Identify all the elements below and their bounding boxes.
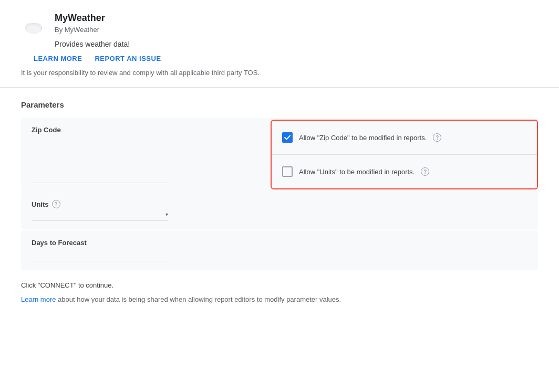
app-subtitle: By MyWeather: [55, 26, 130, 34]
units-allow-label: Allow "Units" to be modified in reports.: [299, 168, 415, 176]
report-issue-link[interactable]: REPORT AN ISSUE: [95, 55, 161, 62]
units-label-row: Units ?: [32, 200, 260, 208]
footer-learn-more-link[interactable]: Learn more: [21, 295, 56, 303]
app-icon: [21, 14, 46, 39]
units-right: Allow "Units" to be modified in reports.…: [272, 155, 537, 188]
learn-more-link[interactable]: LEARN MORE: [34, 55, 82, 62]
footer-link-row: Learn more about how your data is being …: [0, 293, 559, 316]
units-left: Units ? ▾: [21, 192, 271, 229]
zip-code-help-icon[interactable]: ?: [433, 133, 441, 142]
units-label: Units: [32, 200, 49, 208]
days-to-forecast-row: Days to Forecast: [21, 230, 538, 270]
days-to-forecast-left: Days to Forecast: [21, 230, 271, 270]
tos-text: It is your responsibility to review and …: [0, 62, 559, 87]
zip-code-input[interactable]: [32, 168, 168, 183]
days-to-forecast-input[interactable]: [32, 247, 168, 261]
app-title: MyWeather: [55, 13, 130, 24]
zip-code-allow-label: Allow "Zip Code" to be modified in repor…: [299, 134, 427, 142]
units-dropdown[interactable]: ▾: [32, 210, 168, 221]
footer-suffix: about how your data is being shared when…: [56, 295, 341, 303]
header-info: MyWeather By MyWeather Provides weather …: [55, 13, 130, 48]
zip-code-label: Zip Code: [32, 126, 61, 134]
parameters-title: Parameters: [21, 100, 538, 109]
chevron-down-icon: ▾: [165, 211, 168, 217]
svg-point-3: [26, 25, 41, 34]
units-label-help-icon[interactable]: ?: [52, 200, 60, 208]
footer-note: Click "CONNECT" to continue.: [0, 271, 559, 293]
days-to-forecast-label: Days to Forecast: [32, 239, 87, 247]
units-row: Units ? ▾: [21, 192, 538, 229]
footer-click-note: Click "CONNECT" to continue.: [21, 281, 113, 289]
units-checkbox[interactable]: [282, 166, 293, 177]
zip-code-checkbox[interactable]: [282, 132, 293, 143]
zip-code-left: Zip Code: [21, 118, 271, 192]
units-help-icon[interactable]: ?: [421, 167, 429, 176]
zip-code-row: Zip Code Allow "Zip Code" to be modified…: [21, 118, 538, 192]
zip-code-label-row: Zip Code: [32, 126, 260, 134]
app-description: Provides weather data!: [55, 40, 130, 48]
parameters-section: Parameters Zip Code: [0, 100, 559, 270]
zip-code-right: Allow "Zip Code" to be modified in repor…: [272, 121, 537, 154]
section-divider: [0, 87, 559, 88]
links-row: LEARN MORE REPORT AN ISSUE: [0, 55, 559, 62]
days-to-forecast-label-row: Days to Forecast: [32, 239, 260, 247]
days-to-forecast-right-spacer: [271, 230, 538, 270]
units-right-spacer: [271, 192, 538, 229]
app-header: MyWeather By MyWeather Provides weather …: [0, 0, 559, 48]
units-input[interactable]: [32, 210, 163, 218]
